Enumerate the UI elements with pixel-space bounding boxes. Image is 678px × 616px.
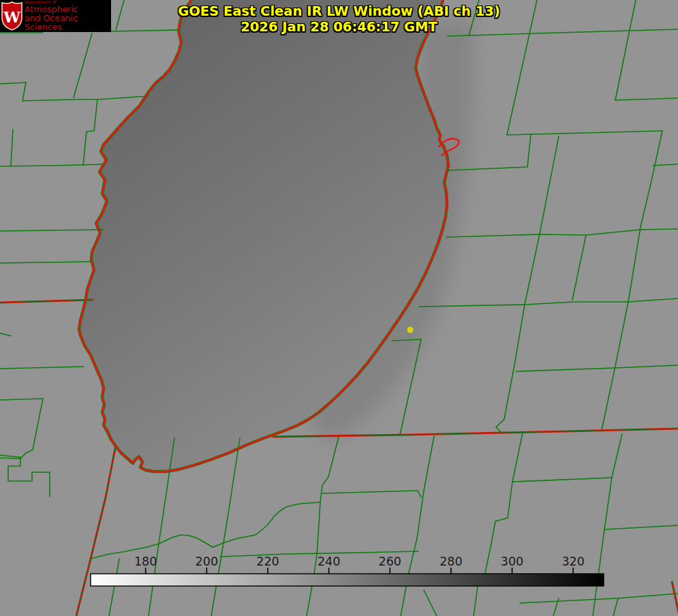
colorbar-tick-label: 260 (379, 555, 401, 568)
colorbar-tick-label: 280 (440, 555, 462, 568)
colorbar-tick-label: 200 (196, 555, 218, 568)
colorbar-tick-label: 180 (134, 555, 157, 568)
svg-text:W: W (3, 8, 20, 26)
location-marker-dot (407, 327, 414, 333)
satellite-map-image[interactable]: 180200220240260280300320 (0, 0, 678, 616)
colorbar-gradient (91, 574, 604, 586)
colorbar-tick-label: 300 (501, 555, 523, 568)
colorbar-tick-label: 320 (561, 555, 584, 568)
colorbar-tick-label: 220 (256, 555, 279, 568)
dept-line2: and Oceanic Sciences (25, 14, 111, 31)
dept-small-label: Department of (25, 0, 111, 4)
uw-crest-icon: W (1, 1, 22, 31)
colorbar-tick-label: 240 (318, 555, 340, 568)
satellite-viewer-page: 180200220240260280300320 W Department of… (0, 0, 678, 616)
department-name: Department of Atmospheric and Oceanic Sc… (25, 0, 111, 32)
department-banner: W Department of Atmospheric and Oceanic … (0, 0, 111, 32)
